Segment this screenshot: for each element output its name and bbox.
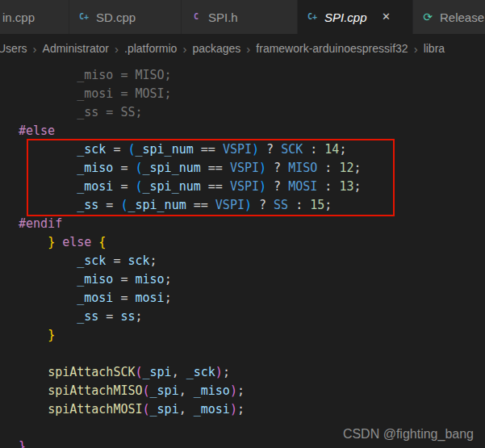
chevron-right-icon: › [115, 42, 119, 56]
tab-sd-cpp[interactable]: C+ SD.cpp [69, 0, 182, 34]
code-line[interactable]: _mosi = mosi; [19, 289, 485, 308]
code-line[interactable]: _miso = MISO; [19, 66, 485, 85]
code-line[interactable]: _mosi = (_spi_num == VSPI) ? MOSI : 13; [19, 178, 485, 196]
code-line[interactable]: _miso = (_spi_num == VSPI) ? MISO : 12; [19, 159, 485, 178]
code-editor[interactable]: _miso = MISO; _mosi = MOSI; _ss = SS;#el… [0, 63, 485, 448]
release-tab-icon: ⟳ [421, 10, 434, 23]
code-line[interactable]: #endif [19, 215, 485, 233]
code-line[interactable]: _ss = (_spi_num == VSPI) ? SS : 15; [19, 196, 485, 215]
code-line[interactable]: _ss = SS; [19, 103, 485, 122]
tab-in-cpp[interactable]: in.cpp [0, 0, 69, 34]
code-line[interactable]: } [19, 326, 485, 345]
code-line[interactable]: _sck = (_spi_num == VSPI) ? SCK : 14; [19, 140, 485, 159]
close-icon[interactable]: ✕ [379, 10, 394, 24]
breadcrumb-item[interactable]: Users [0, 42, 28, 55]
code-line[interactable] [19, 345, 485, 363]
code-line[interactable]: spiAttachMOSI(_spi, _mosi); [19, 400, 485, 419]
code-line[interactable]: _sck = sck; [19, 252, 485, 270]
chevron-right-icon: › [246, 42, 250, 56]
code-line[interactable]: _miso = miso; [19, 270, 485, 289]
editor-tab-bar: in.cpp C+ SD.cpp C SPI.h C+ SPI.cpp ✕ ⟳ … [0, 0, 485, 34]
chevron-right-icon: › [182, 42, 186, 56]
breadcrumb-item[interactable]: packages [191, 42, 241, 55]
tab-label: SPI.cpp [324, 10, 367, 24]
tab-release[interactable]: ⟳ Release [413, 0, 485, 34]
chevron-right-icon: › [33, 42, 37, 56]
code-line[interactable]: spiAttachSCK(_spi, _sck); [19, 363, 485, 382]
h-file-icon: C [190, 10, 203, 23]
tab-label: SD.cpp [96, 10, 136, 24]
code-line[interactable]: } else { [19, 233, 485, 252]
code-line[interactable]: #else [19, 122, 485, 140]
tab-label: in.cpp [2, 10, 35, 24]
chevron-right-icon: › [414, 42, 418, 56]
tab-label: Release [440, 10, 484, 24]
watermark: CSDN @fighting_bang [343, 427, 474, 442]
breadcrumb: Users › Administrator › .platformio › pa… [0, 34, 485, 63]
cpp-file-icon: C+ [77, 10, 90, 23]
tab-spi-cpp[interactable]: C+ SPI.cpp ✕ [298, 0, 413, 34]
breadcrumb-item[interactable]: framework-arduinoespressif32 [255, 42, 408, 55]
tab-label: SPI.h [208, 10, 238, 24]
code-line[interactable]: _ss = ss; [19, 308, 485, 326]
tab-spi-h[interactable]: C SPI.h [182, 0, 298, 34]
code-line[interactable]: spiAttachMISO(_spi, _miso); [19, 382, 485, 400]
code-line[interactable]: _mosi = MOSI; [19, 85, 485, 103]
cpp-file-icon: C+ [306, 10, 319, 23]
breadcrumb-item[interactable]: .platformio [123, 42, 178, 55]
breadcrumb-item[interactable]: libra [423, 42, 445, 55]
breadcrumb-item[interactable]: Administrator [42, 42, 110, 55]
code-lines: _miso = MISO; _mosi = MOSI; _ss = SS;#el… [19, 66, 485, 448]
